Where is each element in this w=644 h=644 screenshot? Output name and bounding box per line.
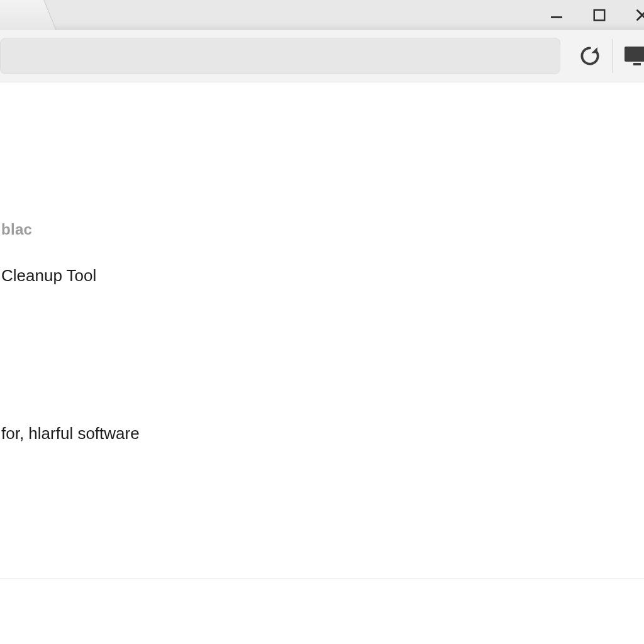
cast-button[interactable]	[616, 30, 644, 82]
window-controls	[546, 0, 644, 30]
minimize-button[interactable]	[546, 0, 567, 30]
page-content: blac Cleanup Tool for, hlarful software	[0, 82, 644, 644]
close-icon	[634, 7, 644, 23]
spacer	[0, 286, 644, 424]
title-bar	[0, 0, 644, 30]
close-button[interactable]	[631, 0, 644, 30]
body-text: for, hlarful software	[0, 424, 644, 443]
svg-rect-2	[625, 47, 644, 62]
maximize-icon	[592, 8, 606, 22]
section-divider	[0, 579, 644, 579]
reload-button[interactable]	[569, 30, 611, 82]
browser-window: blac Cleanup Tool for, hlarful software	[0, 0, 644, 644]
maximize-button[interactable]	[589, 0, 610, 30]
page-title: Cleanup Tool	[0, 266, 644, 286]
svg-rect-3	[633, 63, 641, 65]
minimize-icon	[549, 8, 564, 23]
cast-icon	[623, 45, 644, 67]
browser-toolbar	[0, 30, 644, 82]
svg-rect-1	[594, 10, 605, 21]
active-tab-edge[interactable]	[0, 0, 57, 30]
reload-icon	[578, 44, 602, 68]
address-bar[interactable]	[0, 38, 560, 74]
toolbar-separator	[612, 39, 613, 73]
svg-rect-0	[551, 16, 562, 18]
breadcrumb: blac	[0, 221, 644, 238]
